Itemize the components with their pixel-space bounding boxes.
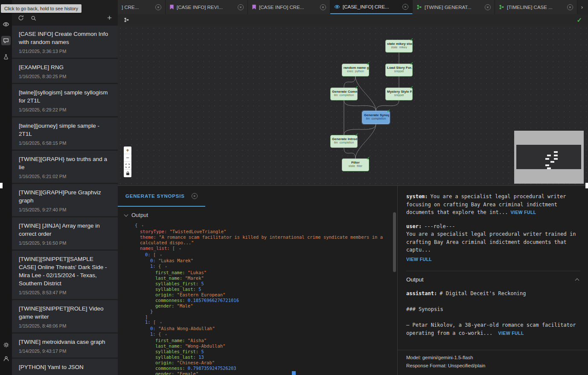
chevron-up-icon bbox=[575, 278, 579, 283]
json-line: origin: "Eastern European" bbox=[135, 292, 397, 298]
view-full-link[interactable]: VIEW FULL bbox=[406, 255, 580, 264]
tab[interactable]: [CASE_INFO] CRE...× bbox=[330, 0, 413, 14]
prompt-icon[interactable] bbox=[1, 36, 11, 45]
lock-button[interactable] bbox=[124, 170, 131, 177]
json-collapse-caret[interactable]: ▾ bbox=[160, 253, 162, 257]
list-item[interactable]: [TWINE][GRAPH} two truths and a lie1/16/… bbox=[12, 151, 118, 183]
tab-close-icon[interactable]: × bbox=[402, 4, 408, 10]
splitter-handle-bottom[interactable] bbox=[292, 371, 296, 375]
bookmark-icon bbox=[169, 4, 174, 10]
node-check-icon: ✓ bbox=[355, 85, 358, 90]
json-token: "Aisha Wong-Abdullah" bbox=[158, 326, 215, 331]
model-info: Model: gemini/gemini-1.5-flash Response … bbox=[398, 350, 588, 375]
json-collapse-caret[interactable]: ▾ bbox=[179, 247, 181, 251]
minimap[interactable] bbox=[514, 131, 584, 184]
list-item[interactable]: [twine][journey] simple sample - 2T1L1/1… bbox=[12, 117, 118, 149]
output-collapse-header[interactable]: Output bbox=[118, 207, 397, 222]
node-subtitle: state_filter bbox=[342, 164, 369, 167]
tab[interactable]: [CASE INFO] REVI...× bbox=[166, 0, 248, 14]
list-item[interactable]: [EXAMPLE] RNG1/16/2025, 8:30:25 PM bbox=[12, 59, 118, 83]
list-item[interactable]: [PYTHON] Yaml to JSON bbox=[12, 359, 118, 375]
graph-node-state_mikey[interactable]: state mikey stor...state_mikey✓ bbox=[385, 40, 413, 53]
list-item[interactable]: [TWINE][SNIPPET][SAMPLE CASE] Online Thr… bbox=[12, 251, 118, 299]
json-line: syllables_last: 5 bbox=[135, 287, 397, 292]
zoom-out-button[interactable]: − bbox=[124, 154, 131, 162]
graph-node-gen_synopsis[interactable]: Generate Synop...llm_completion✓ bbox=[362, 111, 390, 124]
list-item[interactable]: [TWINE] [JINJA] Array merge in correct o… bbox=[12, 217, 118, 249]
tab-generate-synopsis[interactable]: GENERATE SYNOPSIS × bbox=[118, 186, 205, 207]
tab[interactable]: [TIMELINE] CASE ...× bbox=[495, 0, 577, 14]
list-item[interactable]: [twine][syllogism] sample syllogism for … bbox=[12, 84, 118, 116]
prompt-title: [TWINE][SNIPPET][SAMPLE CASE] Online Thr… bbox=[19, 255, 111, 287]
refresh-icon[interactable] bbox=[18, 15, 24, 21]
json-token: 0.18576966276721016 bbox=[188, 298, 239, 303]
tab[interactable]: [CASE INFO] CRE...× bbox=[248, 0, 330, 14]
node-subtitle: snippet bbox=[386, 70, 412, 73]
json-token: 0.7987359247526203 bbox=[188, 366, 236, 371]
view-full-link[interactable]: VIEW FULL bbox=[510, 210, 536, 215]
graph-node-random_name[interactable]: random name g...exec_python✓ bbox=[342, 64, 369, 76]
graph-node-mystery_style[interactable]: Mystery Style F...snippet✓ bbox=[385, 88, 413, 100]
json-line: { ▾ bbox=[135, 223, 397, 229]
tab[interactable]: ] CRE...× bbox=[118, 0, 166, 14]
list-item[interactable]: [TWINE][SNIPPET][ROLE] Video game writer… bbox=[12, 300, 118, 332]
list-item[interactable]: [TWINE][GRAPH]Pure Graphviz graph1/15/20… bbox=[12, 184, 118, 216]
scrollbar-thumb[interactable] bbox=[393, 212, 396, 272]
bookmark-icon bbox=[252, 4, 256, 10]
json-collapse-caret[interactable]: ▾ bbox=[165, 265, 167, 269]
prompt-date: 1/14/2025, 9:43:17 PM bbox=[19, 349, 111, 354]
output-section-header[interactable]: Output bbox=[406, 276, 580, 283]
json-collapse-caret[interactable]: ▾ bbox=[142, 224, 144, 228]
tab-label: [TIMELINE] CASE ... bbox=[507, 5, 565, 10]
json-line: 0: [ ▾ bbox=[135, 252, 397, 258]
eye-icon[interactable] bbox=[1, 20, 11, 29]
splitter-handle-right[interactable] bbox=[585, 183, 588, 188]
json-token: syllables_first: bbox=[155, 281, 201, 286]
graph-node-gen_introd[interactable]: Generate Introd...llm_completion✓ bbox=[330, 135, 358, 148]
tab-close-icon[interactable]: × bbox=[567, 4, 573, 10]
gear-icon[interactable] bbox=[1, 340, 11, 349]
json-collapse-caret[interactable]: ▾ bbox=[160, 321, 162, 325]
tab[interactable]: [TWINE] GENERAT...× bbox=[413, 0, 495, 14]
json-token: "Male" bbox=[177, 303, 193, 308]
json-line: 0: "Lukas Marek" bbox=[135, 258, 397, 264]
graph-canvas[interactable]: + − state mikey stor...state_mikey✓rando… bbox=[118, 26, 588, 185]
tab-close-icon[interactable]: × bbox=[238, 4, 244, 10]
json-collapse-caret[interactable]: ▾ bbox=[165, 333, 167, 337]
flask-icon[interactable] bbox=[1, 52, 11, 62]
tab-overflow-chevron-icon[interactable]: › bbox=[577, 0, 587, 14]
json-token: 1: bbox=[150, 264, 158, 269]
zoom-in-button[interactable]: + bbox=[124, 146, 131, 154]
json-token: origin: bbox=[155, 360, 177, 365]
json-token: gender: bbox=[155, 303, 177, 308]
search-icon[interactable] bbox=[31, 15, 36, 21]
prompt-date: 1/15/2025, 9:16:50 PM bbox=[19, 240, 111, 246]
prompt-date: 1/15/2025, 8:48:06 PM bbox=[19, 323, 111, 328]
tab-close-icon[interactable]: × bbox=[320, 4, 326, 10]
output-section-label: Output bbox=[131, 212, 148, 218]
tab-label: [TWINE] GENERAT... bbox=[425, 5, 482, 10]
json-line: origin: "Chinese-Arab" bbox=[135, 360, 397, 366]
flow-icon[interactable] bbox=[124, 17, 129, 23]
close-icon[interactable]: × bbox=[192, 193, 198, 199]
json-token: "Lukas Marek" bbox=[158, 258, 193, 263]
json-line: theme: "A romance scam facilitator is ki… bbox=[135, 234, 397, 246]
fit-view-button[interactable] bbox=[124, 162, 131, 170]
flow-icon bbox=[416, 4, 422, 10]
list-item[interactable]: [CASE INFO] Create Common Info with rand… bbox=[12, 26, 118, 58]
user-icon[interactable] bbox=[1, 354, 11, 363]
message-role: system: bbox=[406, 193, 428, 199]
tab-close-icon[interactable]: × bbox=[155, 4, 161, 10]
add-prompt-button[interactable]: + bbox=[107, 15, 112, 21]
view-full-link[interactable]: VIEW FULL bbox=[498, 331, 524, 336]
graph-node-gen_common[interactable]: Generate Comm...llm_completion✓ bbox=[330, 88, 358, 100]
tab-close-icon[interactable]: × bbox=[485, 4, 491, 10]
graph-node-filter[interactable]: Filterstate_filter✓ bbox=[342, 158, 369, 171]
list-item[interactable]: [TWINE] metroidvania case graph1/14/2025… bbox=[12, 334, 118, 357]
graph-node-load_story[interactable]: Load Story For...snippet✓ bbox=[385, 64, 413, 76]
json-line: syllables_first: 5 bbox=[135, 349, 397, 354]
tab-label: [CASE INFO] REVI... bbox=[177, 5, 235, 10]
node-title: state mikey stor... bbox=[386, 42, 412, 46]
json-token: } bbox=[150, 309, 153, 314]
splitter-handle-left[interactable] bbox=[0, 183, 3, 188]
